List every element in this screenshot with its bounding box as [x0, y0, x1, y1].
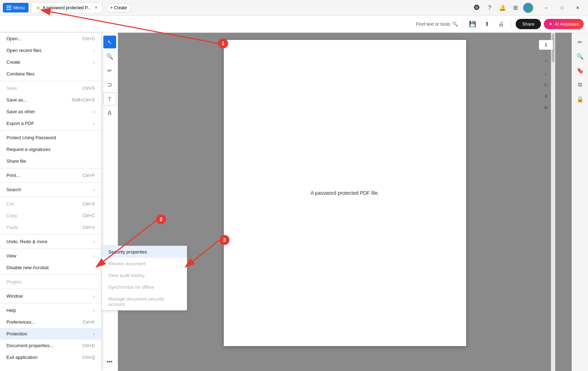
- pdf-page: A password protected PDF file.: [224, 40, 466, 346]
- menu-item-help[interactable]: Help ›: [0, 304, 101, 316]
- undo-redo-arrow: ›: [93, 240, 95, 244]
- menu-item-cut-shortcut: Ctrl+X: [83, 202, 95, 207]
- menu-item-open-shortcut: Ctrl+O: [82, 36, 95, 41]
- more-tools[interactable]: •••: [103, 355, 116, 368]
- create-button[interactable]: + Create: [106, 3, 131, 12]
- sep5: [0, 197, 101, 197]
- export-pdf-arrow: ›: [93, 121, 95, 126]
- pdf-content: A password protected PDF file.: [310, 190, 379, 196]
- sep1: [0, 81, 101, 81]
- tab-close-button[interactable]: ✕: [94, 5, 98, 10]
- acrobat-icon[interactable]: 🅐: [472, 3, 482, 13]
- refresh-button[interactable]: ↻: [541, 80, 551, 90]
- upload-toolbar-icon[interactable]: ⬆: [481, 19, 492, 30]
- ai-assistant-button[interactable]: ✦ AI Assistant: [544, 19, 584, 29]
- page-down-button[interactable]: ⌄: [541, 68, 551, 78]
- left-menu: Open... Ctrl+O Open recent files › Creat…: [0, 33, 102, 371]
- page-current: 1: [545, 42, 547, 47]
- submenu-revoke-doc-label: Revoke document: [108, 261, 146, 266]
- view-arrow: ›: [93, 254, 95, 258]
- menu-item-doc-props-label: Document properties...: [6, 343, 53, 348]
- find-search[interactable]: Find text or tools 🔍: [416, 21, 458, 27]
- help-icon[interactable]: ?: [485, 3, 495, 13]
- menu-item-export-pdf[interactable]: Export a PDF ›: [0, 117, 101, 129]
- menu-item-exit-label: Exit application: [6, 355, 37, 360]
- user-avatar[interactable]: [523, 3, 533, 13]
- tool-panel: ↖ 🔍 ✏ ⊃ T A •••: [102, 33, 118, 371]
- submenu-security-props[interactable]: Security properties: [102, 246, 187, 258]
- maximize-button[interactable]: □: [555, 2, 569, 14]
- menu-item-view-label: View: [6, 253, 16, 258]
- right-bookmark-icon[interactable]: 🔖: [574, 64, 587, 77]
- zoom-tool[interactable]: 🔍: [103, 50, 116, 63]
- share-button[interactable]: Share: [516, 19, 541, 29]
- right-pages-icon[interactable]: ⧉: [574, 78, 587, 91]
- zoom-in-button[interactable]: ⊕: [541, 103, 551, 113]
- menu-item-preferences[interactable]: Preferences... Ctrl+K: [0, 316, 101, 328]
- right-search-icon[interactable]: 🔍: [574, 50, 587, 63]
- save-toolbar-icon[interactable]: 💾: [467, 19, 478, 30]
- protection-arrow: ›: [93, 332, 95, 336]
- right-edit-icon[interactable]: ✏: [574, 36, 587, 48]
- right-lock-icon[interactable]: 🔒: [574, 93, 587, 105]
- menu-item-plugins: Plugins: [0, 276, 101, 288]
- menu-item-undo-redo[interactable]: Undo, Redo & more ›: [0, 236, 101, 247]
- menu-item-request-esig[interactable]: Request e-signatures: [0, 143, 101, 155]
- main-layout: Open... Ctrl+O Open recent files › Creat…: [0, 33, 588, 371]
- page-up-button[interactable]: ⌃: [541, 57, 551, 67]
- right-panel: ✏ 🔍 🔖 ⧉ 🔒: [572, 33, 588, 371]
- menu-item-save-as-label: Save as...: [6, 97, 27, 103]
- tab-bar: ★ A password protected P... ✕ + Create: [31, 2, 472, 13]
- menu-label: Menu: [13, 5, 25, 10]
- ai-icon: ✦: [549, 21, 553, 27]
- grid-icon[interactable]: ⊞: [510, 3, 520, 13]
- help-arrow: ›: [93, 308, 95, 313]
- lasso-tool[interactable]: ⊃: [103, 78, 116, 91]
- menu-item-protect[interactable]: Protect Using Password: [0, 132, 101, 143]
- cursor-tool[interactable]: ↖: [103, 36, 116, 48]
- toolbar-divider-2: [511, 20, 511, 28]
- minimize-button[interactable]: ─: [539, 2, 554, 14]
- sep3: [0, 168, 101, 168]
- menu-button[interactable]: Menu: [3, 3, 29, 12]
- menu-item-cut-label: Cut: [6, 201, 14, 207]
- menu-item-save-as[interactable]: Save as... Shift+Ctrl+S: [0, 94, 101, 106]
- menu-item-copy-shortcut: Ctrl+C: [83, 213, 95, 218]
- menu-item-save-shortcut: Ctrl+S: [83, 86, 95, 91]
- open-recent-arrow: ›: [93, 48, 95, 53]
- menu-item-exit[interactable]: Exit application Ctrl+Q: [0, 351, 101, 363]
- menu-item-copy-label: Copy: [6, 213, 17, 218]
- menu-item-create[interactable]: Create ›: [0, 56, 101, 68]
- menu-item-doc-props-shortcut: Ctrl+D: [83, 343, 95, 348]
- print-toolbar-icon[interactable]: 🖨: [495, 19, 507, 30]
- bell-icon[interactable]: 🔔: [497, 3, 507, 13]
- menu-item-doc-props[interactable]: Document properties... Ctrl+D: [0, 340, 101, 351]
- menu-item-share[interactable]: Share file: [0, 155, 101, 167]
- menu-item-paste: Paste Ctrl+V: [0, 221, 101, 233]
- menu-item-open-recent[interactable]: Open recent files ›: [0, 45, 101, 56]
- create-arrow: ›: [93, 60, 95, 64]
- menu-item-save-as-other[interactable]: Save as other ›: [0, 106, 101, 117]
- close-button[interactable]: ✕: [570, 2, 585, 14]
- menu-item-protection[interactable]: Protection ›: [0, 328, 101, 340]
- menu-item-open[interactable]: Open... Ctrl+O: [0, 33, 101, 45]
- submenu-view-audit-label: View audit history: [108, 273, 145, 278]
- menu-item-view[interactable]: View ›: [0, 250, 101, 262]
- page-number-input[interactable]: 1: [539, 40, 553, 50]
- tab-title: A password protected P...: [43, 5, 91, 10]
- menu-item-print[interactable]: Print... Ctrl+P: [0, 169, 101, 181]
- menu-item-disable-acrobat-label: Disable new Acrobat: [6, 265, 49, 270]
- download-button[interactable]: ⬇: [541, 91, 551, 101]
- menu-item-window[interactable]: Window ›: [0, 290, 101, 302]
- menu-item-search-label: Search: [6, 187, 21, 192]
- edit-tool[interactable]: ✏: [103, 64, 116, 77]
- menu-item-combine[interactable]: Combine files: [0, 68, 101, 80]
- highlight-tool[interactable]: A: [103, 107, 116, 120]
- text-select-tool[interactable]: T: [103, 93, 116, 105]
- ai-label: AI Assistant: [555, 21, 579, 27]
- menu-item-search[interactable]: Search ›: [0, 184, 101, 195]
- menu-item-request-esig-label: Request e-signatures: [6, 147, 51, 152]
- active-tab[interactable]: ★ A password protected P... ✕: [31, 2, 102, 13]
- menu-item-disable-acrobat[interactable]: Disable new Acrobat: [0, 262, 101, 273]
- toolbar-divider-1: [462, 20, 463, 28]
